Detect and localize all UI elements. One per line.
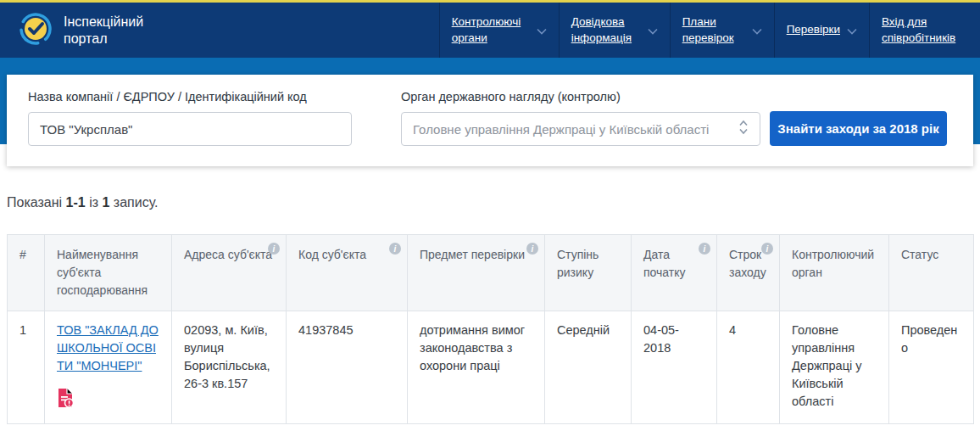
chevron-down-icon [537,23,547,38]
col-header-start-date: Дата початку i [632,235,717,311]
nav-item-label[interactable]: Вхід для співробітників [882,14,968,45]
table-row: 1 ТОВ "ЗАКЛАД ДОШКОЛЬНОЇ ОСВІТИ "МОНЧЕРІ… [8,311,974,424]
col-header-subject: Предмет перевірки i [408,235,545,311]
nav-item-label[interactable]: Довідкова інформація [571,14,641,45]
col-header-authority: Контролюючий орган [780,235,889,311]
col-header-risk: Ступінь ризику [545,235,632,311]
nav-item-inspection-plans[interactable]: Плани перевірок [670,3,774,58]
nav-item-label[interactable]: Контролюючі органи [452,14,530,45]
logo-area[interactable]: Інспекційний портал [0,3,439,58]
search-card: Назва компанії / ЄДРПОУ / Ідентифікаційн… [7,75,973,166]
summary-middle: із [89,195,98,210]
col-header-address: Адреса суб'єкта i [172,235,287,311]
authority-select-value: Головне управління Держпраці у Київській… [413,122,709,137]
col-header-name: Найменування суб'єкта господарювання [45,235,172,311]
nav-item-label[interactable]: Плани перевірок [682,14,745,45]
summary-range: 1-1 [66,195,86,210]
brand-title-line1: Інспекційний [64,14,143,31]
chevron-down-icon [847,23,857,38]
col-header-status: Статус [889,235,974,311]
select-updown-icon [738,120,749,138]
results-table: # Найменування суб'єкта господарювання А… [7,234,974,424]
cell-code: 41937845 [287,311,408,424]
cell-authority: Головне управління Держпраці у Київській… [780,311,889,424]
cell-start-date: 04-05-2018 [632,311,717,424]
info-icon[interactable]: i [268,243,280,255]
summary-count: 1 [102,195,109,210]
company-search-input[interactable] [28,112,352,146]
authority-field-group: Орган державного нагляду (контролю) Голо… [401,90,760,166]
cell-name: ТОВ "ЗАКЛАД ДОШКОЛЬНОЇ ОСВІТИ "МОНЧЕРІ" [45,311,172,424]
nav-item-reference-info[interactable]: Довідкова інформація [559,3,670,58]
main-header: Інспекційний портал Контролюючі органи Д… [0,3,980,58]
info-icon[interactable]: i [526,243,538,255]
cell-index: 1 [8,311,45,424]
results-summary: Показані 1-1 із 1 запису. [7,195,980,210]
info-icon[interactable]: i [389,243,401,255]
find-measures-button[interactable]: Знайти заходи за 2018 рік [770,111,947,146]
cell-status: Проведено [889,311,974,424]
chevron-down-icon [648,23,658,38]
brand-title-line2: портал [64,31,143,48]
col-header-duration: Строк заходу i [717,235,780,311]
brand-title: Інспекційний портал [64,14,143,48]
info-icon[interactable]: i [699,243,710,255]
authority-field-label: Орган державного нагляду (контролю) [401,90,760,104]
subject-entity-link[interactable]: ТОВ "ЗАКЛАД ДОШКОЛЬНОЇ ОСВІТИ "МОНЧЕРІ" [57,323,159,372]
cell-risk: Середній [545,311,632,424]
chevron-down-icon [752,23,762,38]
company-field-group: Назва компанії / ЄДРПОУ / Ідентифікаційн… [28,90,352,166]
table-header-row: # Найменування суб'єкта господарювання А… [8,235,974,311]
summary-prefix: Показані [7,195,62,210]
main-nav: Контролюючі органи Довідкова інформація … [439,3,980,58]
cell-address: 02093, м. Київ, вулиця Бориспільська, 26… [172,311,287,424]
company-field-label: Назва компанії / ЄДРПОУ / Ідентифікаційн… [28,90,352,104]
cell-subject: дотримання вимог законодавства з охорони… [408,311,545,424]
nav-item-label[interactable]: Перевірки [787,22,840,37]
authority-select[interactable]: Головне управління Держпраці у Київській… [401,112,760,146]
cell-duration: 4 [717,311,780,424]
portal-logo-icon [19,12,53,49]
col-header-index: # [8,235,45,311]
col-header-code: Код суб'єкта i [287,235,408,311]
nav-item-staff-login[interactable]: Вхід для співробітників [869,3,980,58]
info-icon[interactable]: i [761,243,773,255]
nav-item-inspections[interactable]: Перевірки [774,3,869,58]
nav-item-controlling-bodies[interactable]: Контролюючі органи [439,3,559,58]
document-alert-icon[interactable] [57,388,74,413]
summary-suffix: запису. [114,195,159,210]
